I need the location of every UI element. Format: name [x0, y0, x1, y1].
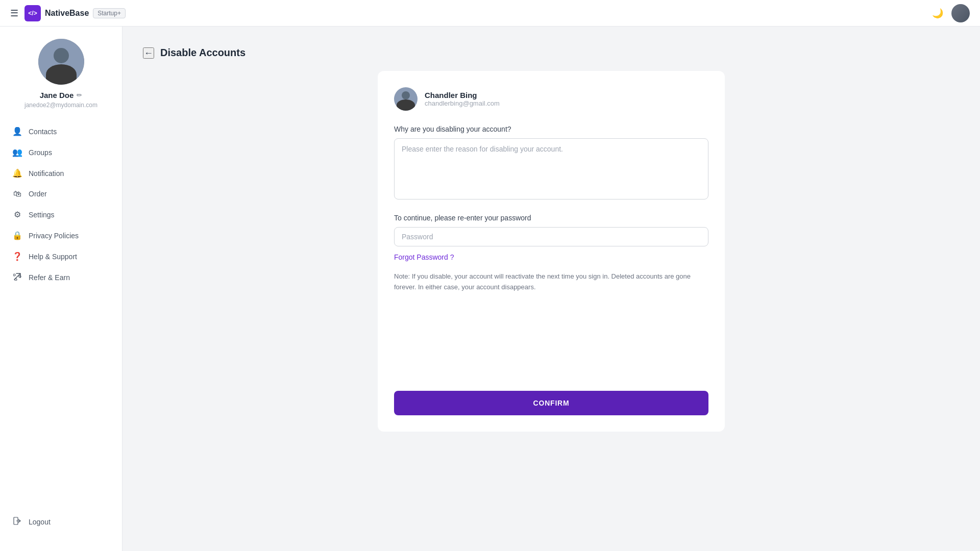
nav-menu: 👤 Contacts 👥 Groups 🔔 Notification 🛍 Ord…: [0, 121, 122, 505]
logout-button[interactable]: Logout: [6, 511, 116, 533]
main-layout: Jane Doe ✏ janedoe2@mydomain.com 👤 Conta…: [0, 27, 980, 551]
back-button[interactable]: ←: [143, 47, 154, 59]
content-area: ← Disable Accounts Chandler Bing chandle…: [122, 27, 980, 551]
profile-section: Jane Doe ✏ janedoe2@mydomain.com: [0, 39, 122, 121]
password-input[interactable]: [394, 227, 708, 246]
logout-icon: [12, 517, 22, 527]
logout-label: Logout: [29, 518, 51, 526]
password-label: To continue, please re-enter your passwo…: [394, 214, 708, 222]
avatar: [38, 39, 84, 85]
navbar-left: ☰ </> NativeBase Startup+: [10, 5, 126, 21]
page-header: ← Disable Accounts: [143, 47, 960, 59]
sidebar-item-groups-label: Groups: [29, 148, 52, 157]
navbar: ☰ </> NativeBase Startup+ 🌙: [0, 0, 980, 27]
disable-account-card: Chandler Bing chandlerbing@gmail.com Why…: [378, 71, 725, 432]
edit-icon[interactable]: ✏: [77, 91, 82, 99]
moon-icon[interactable]: 🌙: [932, 8, 943, 19]
account-name: Chandler Bing: [425, 91, 500, 99]
account-info: Chandler Bing chandlerbing@gmail.com: [394, 87, 708, 111]
confirm-button[interactable]: CONFIRM: [394, 391, 708, 415]
profile-name-row: Jane Doe ✏: [40, 91, 83, 99]
account-email: chandlerbing@gmail.com: [425, 99, 500, 107]
note-text: Note: If you disable, your account will …: [394, 271, 708, 293]
order-icon: 🛍: [12, 189, 22, 198]
sidebar-item-notification-label: Notification: [29, 169, 64, 178]
sidebar-item-order[interactable]: 🛍 Order: [6, 184, 116, 204]
user-avatar[interactable]: [951, 4, 970, 22]
page-title: Disable Accounts: [160, 47, 246, 59]
sidebar-item-refer-label: Refer & Earn: [29, 273, 70, 282]
refer-icon: [12, 272, 22, 283]
logo: </> NativeBase Startup+: [24, 5, 126, 21]
logo-icon: </>: [24, 5, 41, 21]
account-details: Chandler Bing chandlerbing@gmail.com: [425, 91, 500, 107]
svg-point-0: [13, 274, 15, 276]
contacts-icon: 👤: [12, 127, 22, 136]
profile-email: janedoe2@mydomain.com: [24, 102, 97, 109]
forgot-password-link[interactable]: Forgot Password ?: [394, 253, 454, 261]
sidebar-item-notification[interactable]: 🔔 Notification: [6, 163, 116, 184]
sidebar-item-refer[interactable]: Refer & Earn: [6, 267, 116, 288]
account-avatar: [394, 87, 418, 111]
reason-textarea[interactable]: [394, 138, 708, 199]
sidebar-item-groups[interactable]: 👥 Groups: [6, 142, 116, 163]
sidebar-item-privacy[interactable]: 🔒 Privacy Policies: [6, 225, 116, 246]
sidebar-item-help[interactable]: ❓ Help & Support: [6, 246, 116, 267]
startup-badge: Startup+: [93, 8, 126, 18]
sidebar-item-privacy-label: Privacy Policies: [29, 232, 79, 240]
svg-point-2: [19, 276, 21, 278]
logo-text: NativeBase: [45, 9, 89, 18]
sidebar-item-help-label: Help & Support: [29, 253, 77, 261]
sidebar-item-settings[interactable]: ⚙ Settings: [6, 204, 116, 225]
help-icon: ❓: [12, 252, 22, 261]
sidebar-item-contacts-label: Contacts: [29, 128, 57, 136]
notification-icon: 🔔: [12, 168, 22, 178]
privacy-icon: 🔒: [12, 231, 22, 240]
settings-icon: ⚙: [12, 210, 22, 219]
sidebar-bottom: Logout: [0, 505, 122, 539]
sidebar: Jane Doe ✏ janedoe2@mydomain.com 👤 Conta…: [0, 27, 122, 551]
hamburger-icon[interactable]: ☰: [10, 8, 18, 19]
reason-label: Why are you disabling your account?: [394, 125, 708, 133]
navbar-right: 🌙: [932, 4, 970, 22]
groups-icon: 👥: [12, 147, 22, 157]
profile-name: Jane Doe: [40, 91, 74, 99]
sidebar-item-order-label: Order: [29, 190, 47, 198]
svg-point-1: [15, 279, 17, 281]
sidebar-item-settings-label: Settings: [29, 211, 55, 219]
sidebar-item-contacts[interactable]: 👤 Contacts: [6, 121, 116, 142]
